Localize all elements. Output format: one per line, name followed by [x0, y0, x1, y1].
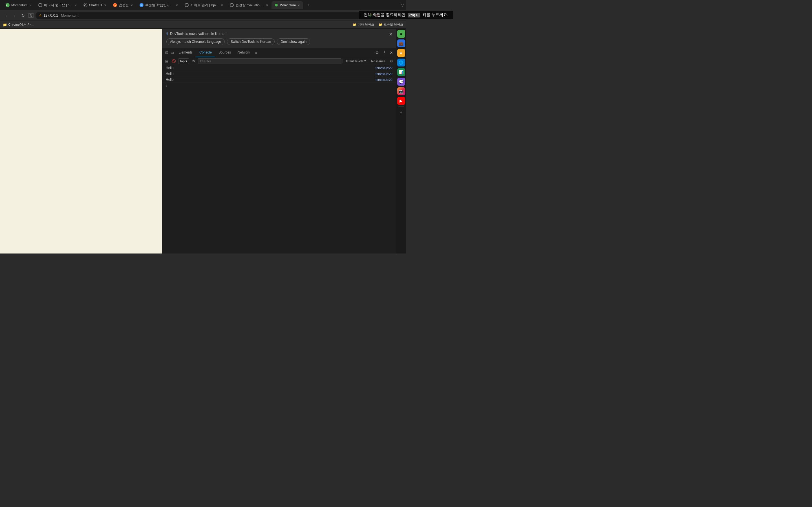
ext-add-icon[interactable]: +: [397, 108, 405, 116]
tab-title-momentum2: Momentum: [280, 3, 296, 7]
tab-martini[interactable]: 마티니 좋아요 | review... ✕: [35, 1, 80, 9]
devtools-lang-text: DevTools is now available in Korean!: [170, 32, 227, 36]
tab-close-zoom[interactable]: ✕: [175, 4, 178, 7]
devtools-settings-icon[interactable]: ⚙: [374, 49, 380, 56]
console-caret-icon: ›: [166, 84, 167, 88]
console-src-2[interactable]: tomato.js:22: [375, 72, 393, 75]
console-issues: No issues: [369, 59, 388, 63]
bookmark-other-item[interactable]: 📁 기타 북마크: [353, 22, 374, 27]
tab-close-change[interactable]: ✕: [266, 4, 268, 7]
tab-close-django[interactable]: ✕: [221, 4, 223, 7]
tab-favicon-momentum2: [275, 4, 278, 6]
tab-ipmon[interactable]: 🔥 입문반 ✕: [110, 1, 136, 9]
devtools-console-bar: ▤ 🚫 top ▾ 👁 ⊘ Default levels ▾ No issues…: [162, 57, 396, 65]
ext-icon-sheets[interactable]: 📊: [397, 68, 405, 76]
tab-favicon-zoom: Ⓩ: [140, 3, 144, 7]
ext-icon-instagram[interactable]: 📷: [397, 87, 405, 95]
devtools-toolbar-right: ⚙ ⋮ ✕: [374, 49, 394, 56]
tab-title-ipmon: 입문반: [119, 3, 129, 7]
console-output: Hello tomato.js:22 Hello tomato.js:22 He…: [162, 65, 396, 253]
ext-icon-chat[interactable]: 💬: [397, 78, 405, 86]
bookmark-chrome-label: Chrome에서 가...: [8, 22, 34, 27]
main-area: ℹ DevTools is now available in Korean! A…: [0, 29, 406, 253]
devtools-tab-network[interactable]: Network: [234, 48, 253, 57]
tab-close-martini[interactable]: ✕: [74, 4, 77, 7]
ext-icon-edge[interactable]: 🌐: [397, 59, 405, 66]
bookmark-folder-icon: 📁: [3, 23, 7, 27]
ext-icon-briefcase[interactable]: 💼: [397, 40, 405, 47]
console-msg-2: Hello: [166, 72, 173, 76]
console-settings-icon[interactable]: ⚙: [389, 59, 394, 64]
ext-icon-youtube[interactable]: ▶: [397, 97, 405, 105]
tab-chatgpt[interactable]: ⚙ ChatGPT ✕: [80, 1, 110, 9]
tab-title-chatgpt: ChatGPT: [89, 3, 103, 7]
console-src-1[interactable]: tomato.js:22: [375, 66, 393, 69]
tab-change[interactable]: 변경할 evaluation 선... ✕: [226, 1, 271, 9]
tab-close-chatgpt[interactable]: ✕: [104, 4, 106, 7]
devtools-lang-banner: ℹ DevTools is now available in Korean! A…: [162, 29, 396, 48]
tab-title-change: 변경할 evaluation 선...: [236, 3, 264, 7]
devtools-always-match-btn[interactable]: Always match Chrome's language: [166, 38, 225, 45]
devtools-panel: ℹ DevTools is now available in Korean! A…: [162, 29, 396, 253]
fullscreen-banner: 전체 화면을 종료하려면 (fn) F 키를 누르세요.: [359, 11, 406, 19]
tab-close-ipmon[interactable]: ✕: [131, 4, 133, 7]
devtools-device-icon[interactable]: ▭: [169, 49, 175, 56]
tab-favicon-chatgpt: ⚙: [84, 3, 87, 7]
tab-minimize-icon: ▽: [401, 3, 404, 7]
devtools-tab-console[interactable]: Console: [196, 48, 215, 57]
ext-icon-momentum[interactable]: ●: [397, 30, 405, 38]
console-row-3: Hello tomato.js:22: [162, 77, 396, 83]
devtools-inspect-icon[interactable]: ⊡: [164, 49, 169, 56]
tab-favicon-martini: [38, 3, 42, 7]
console-src-3[interactable]: tomato.js:22: [375, 78, 393, 81]
devtools-lang-buttons: Always match Chrome's language Switch De…: [166, 38, 392, 45]
tab-momentum1[interactable]: ● Momentum ✕: [2, 1, 35, 9]
devtools-tab-elements[interactable]: Elements: [175, 48, 196, 57]
browser-frame: ● Momentum ✕ 마티니 좋아요 | review... ✕ ⚙ Cha…: [0, 0, 406, 253]
console-row-1: Hello tomato.js:22: [162, 65, 396, 71]
tab-zoom[interactable]: Ⓩ 수준별 학습반 (입문반... ✕: [136, 1, 181, 9]
console-row-2: Hello tomato.js:22: [162, 71, 396, 77]
devtools-more-menu-icon[interactable]: ⋮: [381, 49, 388, 56]
bookmark-mobile-item[interactable]: 📁 모바일 북마크: [378, 22, 403, 27]
devtools-close-panel-icon[interactable]: ✕: [389, 49, 394, 56]
devtools-dont-show-btn[interactable]: Don't show again: [277, 38, 310, 45]
console-sidebar-toggle[interactable]: ▤: [164, 59, 169, 64]
console-clear-btn[interactable]: 🚫: [170, 59, 177, 64]
tab-momentum2[interactable]: Momentum ✕: [271, 1, 303, 9]
back-button[interactable]: ‹: [3, 12, 10, 19]
tab-title-zoom: 수준별 학습반 (입문반...: [145, 3, 174, 7]
devtools-switch-korean-btn[interactable]: Switch DevTools to Korean: [227, 38, 274, 45]
bookmark-chrome[interactable]: 📁 Chrome에서 가...: [3, 22, 34, 27]
devtools-tab-sources[interactable]: Sources: [215, 48, 234, 57]
ntp-button[interactable]: N: [28, 13, 34, 18]
devtools-lang-row: ℹ DevTools is now available in Korean!: [166, 32, 392, 36]
console-filter-wrap: ⊘: [198, 58, 342, 64]
devtools-lang-banner-close[interactable]: ✕: [389, 32, 393, 37]
console-filter-input[interactable]: [204, 59, 339, 63]
tab-title-martini: 마티니 좋아요 | review...: [44, 3, 73, 7]
console-level-select[interactable]: Default levels ▾: [343, 59, 367, 63]
insecure-warning-icon: ⚠: [39, 13, 42, 17]
console-msg-1: Hello: [166, 66, 173, 70]
console-context-label: top: [180, 59, 185, 63]
url-display: 127.0.0.1: [43, 13, 58, 17]
console-context-select[interactable]: top ▾: [178, 58, 189, 64]
tab-django[interactable]: 사이트 관리 | Django... ✕: [181, 1, 226, 9]
tab-close-momentum1[interactable]: ✕: [29, 4, 32, 7]
devtools-more-tabs[interactable]: »: [253, 50, 259, 55]
forward-button[interactable]: ›: [11, 12, 18, 19]
console-context-chevron: ▾: [186, 59, 187, 63]
new-tab-button[interactable]: +: [304, 1, 312, 9]
console-eye-icon[interactable]: 👁: [191, 59, 197, 64]
devtools-toolbar: ⊡ ▭ Elements Console Sources Network » ⚙…: [162, 48, 396, 57]
fullscreen-text-before: 전체 화면을 종료하려면: [364, 12, 405, 17]
console-level-chevron: ▾: [364, 59, 366, 63]
address-input[interactable]: ⚠ 127.0.0.1 Momentum: [36, 12, 361, 19]
tab-title-momentum1: Momentum: [11, 3, 28, 7]
reload-button[interactable]: ↻: [20, 12, 27, 19]
tab-close-momentum2[interactable]: ✕: [297, 4, 300, 7]
ext-icon-star[interactable]: ★: [397, 49, 405, 57]
address-bar: ‹ › ↻ N ⚠ 127.0.0.1 Momentum ⬆ 🧩 🏴󠁧󠁢󠁥󠁮󠁧󠁿…: [0, 10, 406, 21]
bookmark-folder-other-icon: 📁: [353, 23, 357, 26]
